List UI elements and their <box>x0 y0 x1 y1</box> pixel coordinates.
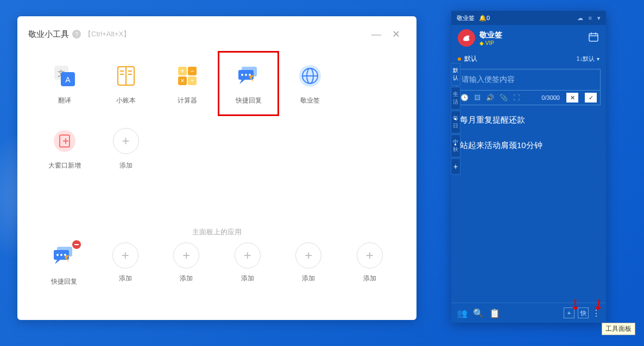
tool-ledger[interactable]: 小账本 <box>95 51 156 116</box>
minimize-button[interactable]: — <box>366 29 387 40</box>
tool-jingye[interactable]: 敬业签 <box>279 51 340 116</box>
svg-point-34 <box>60 254 62 256</box>
tool-label: 快捷回复 <box>236 96 262 105</box>
app-logo-icon <box>458 29 475 47</box>
ledger-icon <box>112 62 140 89</box>
panel-app-label: 添加 <box>302 274 315 283</box>
app-header: 敬业签 ◆ VIP <box>451 25 606 51</box>
sound-icon[interactable]: 🔊 <box>486 94 494 101</box>
expand-icon[interactable]: ⛶ <box>513 94 520 101</box>
bell-icon[interactable]: 🔔 <box>479 15 487 22</box>
tool-label: 敬业签 <box>300 96 320 105</box>
tab-life[interactable]: 生活 <box>451 87 460 110</box>
add-icon: + <box>235 242 261 268</box>
note-item[interactable]: 每月重复提醒还款 <box>451 107 606 133</box>
attach-icon[interactable]: 📎 <box>500 94 508 101</box>
note-input[interactable]: 请输入便签内容 <box>457 69 600 90</box>
quickreply-icon <box>50 242 78 272</box>
image-icon[interactable]: 🖼 <box>474 94 481 101</box>
add-icon: + <box>295 242 321 268</box>
char-counter: 0/3000 <box>541 94 560 101</box>
panel-app-add[interactable]: + 添加 <box>95 242 156 286</box>
svg-point-33 <box>56 254 59 256</box>
note-input-box: 请输入便签内容 🕒 🖼 🔊 📎 ⛶ 0/3000 ✕ ✓ <box>457 69 601 105</box>
chevron-down-icon[interactable]: ▾ <box>597 56 599 62</box>
app-name: 敬业签 <box>479 30 502 40</box>
panel-apps-row: 快捷回复 + 添加 + 添加 + 添加 + 添加 + 添加 <box>17 242 416 286</box>
list-header: 默认 1↓默认 ▾ <box>451 51 606 67</box>
close-button[interactable]: ✕ <box>387 28 406 40</box>
list-name: 默认 <box>464 54 477 63</box>
panel-app-quickreply[interactable]: 快捷回复 <box>34 242 95 286</box>
app-topbar: 敬业签 🔔 0 ☁ ≡ ▾ <box>451 11 606 25</box>
bell-count: 0 <box>487 15 490 21</box>
add-icon: + <box>173 242 199 268</box>
note-item[interactable]: 站起来活动肩颈10分钟 <box>451 133 606 158</box>
tooltip: 工具面板 <box>602 323 635 335</box>
tool-translate[interactable]: 文 A 翻译 <box>34 51 95 116</box>
tool-add[interactable]: + 添加 <box>95 116 156 181</box>
calendar-icon[interactable] <box>588 31 599 45</box>
status-dot-icon <box>458 57 461 61</box>
quickreply-icon <box>235 62 262 89</box>
panel-app-add[interactable]: + 添加 <box>156 242 217 286</box>
contacts-icon[interactable]: 👥 <box>457 308 468 318</box>
add-icon: + <box>357 242 383 268</box>
app-top-title: 敬业签 <box>457 14 475 22</box>
input-toolbar: 🕒 🖼 🔊 📎 ⛶ 0/3000 ✕ ✓ <box>457 90 600 105</box>
svg-text:−: − <box>190 67 194 75</box>
window-titlebar: 敬业小工具 ? 【Ctrl+Alt+X】 — ✕ <box>17 16 416 46</box>
panel-app-add[interactable]: + 添加 <box>278 242 339 286</box>
globe-icon <box>296 62 324 89</box>
search-icon[interactable]: 🔍 <box>473 308 484 318</box>
panel-app-label: 添加 <box>180 274 193 283</box>
tool-label: 大窗口新增 <box>48 161 81 170</box>
tool-bigwindow[interactable]: 大窗口新增 <box>34 116 95 181</box>
panel-app-add[interactable]: + 添加 <box>217 242 279 286</box>
tool-label: 翻译 <box>58 96 71 105</box>
svg-text:+: + <box>180 67 184 75</box>
panel-app-label: 添加 <box>241 274 254 283</box>
tool-label: 添加 <box>119 161 132 170</box>
svg-rect-36 <box>589 34 598 41</box>
calculator-icon: + − × ÷ <box>174 62 201 89</box>
translate-icon: 文 A <box>51 62 78 89</box>
tools-grid: 文 A 翻译 小账本 <box>17 46 416 187</box>
tab-default[interactable]: 默认 <box>451 63 460 86</box>
notes-app: 敬业签 🔔 0 ☁ ≡ ▾ 敬业签 ◆ VIP 默认 生活 每日 中秋 + 默认… <box>451 11 606 323</box>
tools-window: 敬业小工具 ? 【Ctrl+Alt+X】 — ✕ 文 A 翻译 <box>17 16 416 320</box>
panel-app-label: 快捷回复 <box>51 277 77 286</box>
sort-dropdown[interactable]: 1↓默认 <box>576 55 595 63</box>
panel-app-label: 添加 <box>119 274 132 283</box>
dropdown-icon[interactable]: ▾ <box>597 15 601 22</box>
svg-point-20 <box>241 74 243 76</box>
svg-text:A: A <box>65 75 71 84</box>
svg-text:×: × <box>180 77 184 85</box>
cloud-icon[interactable]: ☁ <box>577 15 583 22</box>
clock-icon[interactable]: 🕒 <box>460 94 469 101</box>
shortcut-hint: 【Ctrl+Alt+X】 <box>84 29 130 39</box>
newdoc-icon <box>51 127 78 155</box>
section-title: 主面板上的应用 <box>17 227 416 237</box>
vip-badge: ◆ VIP <box>479 40 502 46</box>
panel-app-label: 添加 <box>363 274 376 283</box>
confirm-button[interactable]: ✓ <box>585 93 597 102</box>
calendar-small-icon[interactable]: 📋 <box>489 308 500 318</box>
window-title: 敬业小工具 <box>28 29 69 40</box>
remove-badge-icon[interactable] <box>72 240 81 249</box>
add-icon: + <box>112 127 140 155</box>
menu-icon[interactable]: ≡ <box>589 15 592 22</box>
tool-label: 小账本 <box>116 96 136 105</box>
tool-label: 计算器 <box>178 96 197 105</box>
cancel-button[interactable]: ✕ <box>566 93 578 102</box>
tab-add[interactable]: + <box>451 158 460 175</box>
add-icon: + <box>112 242 138 268</box>
tool-calculator[interactable]: + − × ÷ 计算器 <box>156 51 218 116</box>
svg-point-21 <box>245 74 247 76</box>
panel-app-add[interactable]: + 添加 <box>339 242 401 286</box>
help-icon[interactable]: ? <box>72 30 81 39</box>
tool-quickreply[interactable]: 快捷回复 <box>218 51 279 116</box>
svg-text:÷: ÷ <box>190 77 194 85</box>
